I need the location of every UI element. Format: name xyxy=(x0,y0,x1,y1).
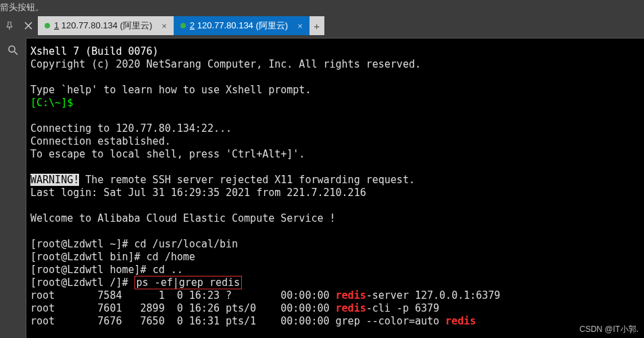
tab-number: 1 xyxy=(54,20,59,30)
ps-row: root 7601 2899 0 16:26 pts/0 00:00:00 xyxy=(30,302,336,314)
welcome-line: Welcome to Alibaba Cloud Elastic Compute… xyxy=(30,212,336,224)
match-highlight: redis xyxy=(336,289,366,301)
tab-session-2[interactable]: 2 120.77.80.134 (阿里云) × xyxy=(174,16,309,35)
copyright-line: Copyright (c) 2020 NetSarang Computer, I… xyxy=(30,58,421,70)
tab-close-icon[interactable]: × xyxy=(162,21,167,31)
escape-line: To escape to local shell, press 'Ctrl+Al… xyxy=(30,148,305,160)
match-highlight: redis xyxy=(445,315,476,327)
top-hint-text: 箭头按钮。 xyxy=(0,0,644,16)
watermark-text: CSDN @IT小郭. xyxy=(579,324,639,335)
shell-command: cd .. xyxy=(153,264,183,276)
local-prompt: [C:\~]$ xyxy=(30,97,73,109)
shell-command: cd /usr/local/bin xyxy=(134,238,239,250)
ps-row: root 7584 1 0 16:23 ? 00:00:00 xyxy=(30,289,336,301)
tab-session-1[interactable]: 1 120.77.80.134 (阿里云) × xyxy=(38,16,174,35)
warning-badge: WARNING! xyxy=(30,174,79,186)
banner-line: Xshell 7 (Build 0076) xyxy=(30,45,159,57)
shell-prompt: [root@Lzdwtl ~]# xyxy=(30,238,134,250)
established-line: Connection established. xyxy=(30,135,171,147)
shell-prompt: [root@Lzdwtl /]# xyxy=(30,276,134,289)
status-dot-icon xyxy=(45,23,50,28)
last-login-line: Last login: Sat Jul 31 16:29:35 2021 fro… xyxy=(30,187,366,199)
ps-row-tail: -cli -p 6379 xyxy=(366,302,439,314)
highlighted-command: ps -ef|grep redis xyxy=(134,276,243,289)
terminal-output[interactable]: Xshell 7 (Build 0076) Copyright (c) 2020… xyxy=(26,38,644,338)
ps-row: root 7676 7650 0 16:31 pts/1 00:00:00 gr… xyxy=(30,315,445,327)
shell-prompt: [root@Lzdwtl bin]# xyxy=(30,251,147,263)
help-line: Type `help' to learn how to use Xshell p… xyxy=(30,84,311,96)
tab-label: 120.77.80.134 (阿里云) xyxy=(61,20,152,30)
search-icon[interactable] xyxy=(5,42,21,58)
status-dot-icon xyxy=(180,23,186,28)
pin-icon[interactable] xyxy=(4,20,15,31)
close-icon[interactable] xyxy=(23,20,34,31)
tab-number: 2 xyxy=(190,20,195,30)
left-sidebar xyxy=(0,38,26,338)
tab-close-icon[interactable]: × xyxy=(297,21,303,31)
ps-row-tail: -server 127.0.0.1:6379 xyxy=(366,289,501,301)
tab-bar: 1 120.77.80.134 (阿里云) × 2 120.77.80.134 … xyxy=(38,16,644,35)
warning-text: The remote SSH server rejected X11 forwa… xyxy=(79,174,415,186)
svg-point-0 xyxy=(9,46,15,52)
shell-command: cd /home xyxy=(147,251,195,263)
tab-label: 120.77.80.134 (阿里云) xyxy=(197,20,288,30)
svg-line-1 xyxy=(14,51,18,55)
match-highlight: redis xyxy=(336,302,366,314)
window-titlebar: 1 120.77.80.134 (阿里云) × 2 120.77.80.134 … xyxy=(0,16,644,35)
shell-prompt: [root@Lzdwtl home]# xyxy=(30,264,153,276)
connecting-line: Connecting to 120.77.80.134:22... xyxy=(30,122,232,135)
add-tab-button[interactable]: + xyxy=(309,16,324,35)
